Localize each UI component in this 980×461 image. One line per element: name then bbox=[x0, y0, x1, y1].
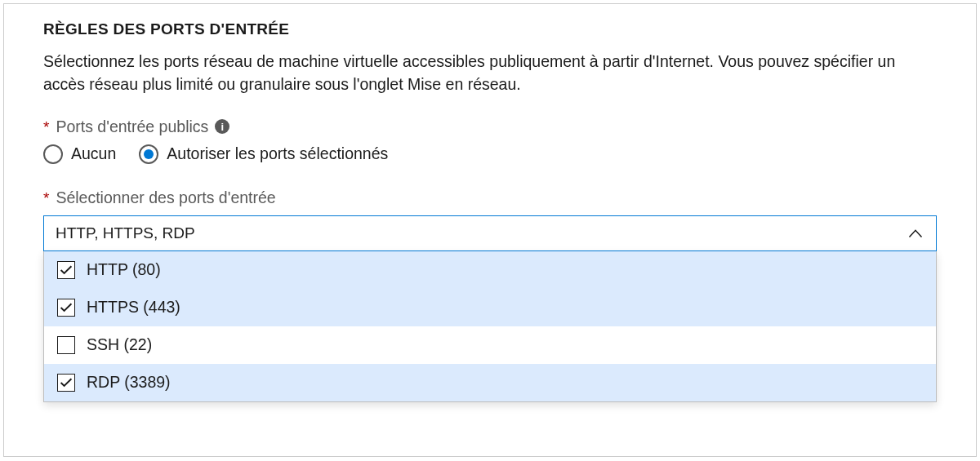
port-option-rdp[interactable]: RDP (3389) bbox=[44, 364, 936, 401]
radio-outer-icon bbox=[43, 144, 63, 164]
required-indicator: * bbox=[43, 119, 49, 135]
info-icon[interactable]: i bbox=[215, 119, 229, 134]
checkbox-icon bbox=[57, 374, 75, 392]
section-description: Sélectionnez les ports réseau de machine… bbox=[43, 50, 937, 96]
public-ports-label: Ports d'entrée publics bbox=[56, 117, 208, 136]
radio-inner-icon bbox=[144, 149, 154, 159]
port-option-label: RDP (3389) bbox=[87, 373, 171, 392]
select-ports-label: Sélectionner des ports d'entrée bbox=[56, 188, 275, 207]
checkbox-icon bbox=[57, 336, 75, 354]
select-ports-label-row: * Sélectionner des ports d'entrée bbox=[43, 188, 937, 207]
public-ports-radio-group: Aucun Autoriser les ports sélectionnés bbox=[43, 144, 937, 164]
required-indicator: * bbox=[43, 190, 49, 206]
radio-inner-icon bbox=[48, 149, 58, 159]
section-title: RÈGLES DES PORTS D'ENTRÉE bbox=[43, 20, 937, 38]
checkbox-icon bbox=[57, 261, 75, 279]
radio-none[interactable]: Aucun bbox=[43, 144, 116, 164]
port-option-label: HTTPS (443) bbox=[87, 298, 180, 317]
checkbox-icon bbox=[57, 299, 75, 317]
radio-allow-selected[interactable]: Autoriser les ports sélectionnés bbox=[139, 144, 388, 164]
port-option-https[interactable]: HTTPS (443) bbox=[44, 289, 936, 326]
public-ports-label-row: * Ports d'entrée publics i bbox=[43, 117, 937, 136]
ports-dropdown: HTTP, HTTPS, RDP HTTP (80) HTTPS (443) bbox=[43, 215, 937, 402]
inbound-port-rules-panel: RÈGLES DES PORTS D'ENTRÉE Sélectionnez l… bbox=[3, 3, 977, 457]
ports-dropdown-trigger[interactable]: HTTP, HTTPS, RDP bbox=[43, 215, 937, 251]
ports-dropdown-list: HTTP (80) HTTPS (443) SSH (22) RDP (3389… bbox=[43, 251, 937, 402]
chevron-up-icon bbox=[908, 228, 923, 239]
port-option-label: SSH (22) bbox=[87, 335, 152, 354]
port-option-label: HTTP (80) bbox=[87, 260, 161, 279]
radio-outer-icon bbox=[139, 144, 158, 164]
port-option-ssh[interactable]: SSH (22) bbox=[44, 326, 936, 364]
radio-allow-label: Autoriser les ports sélectionnés bbox=[167, 144, 388, 163]
radio-none-label: Aucun bbox=[71, 144, 116, 163]
ports-dropdown-value: HTTP, HTTPS, RDP bbox=[56, 224, 195, 242]
port-option-http[interactable]: HTTP (80) bbox=[44, 251, 936, 289]
